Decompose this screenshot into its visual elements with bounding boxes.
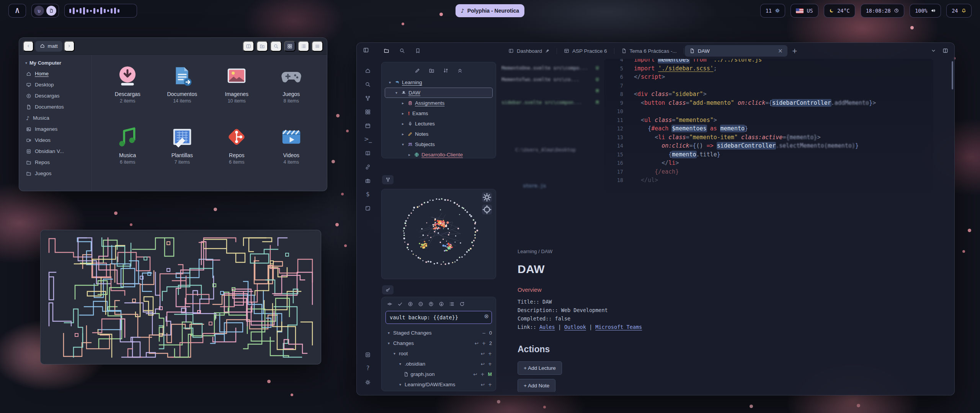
explorer-sort-button[interactable] bbox=[443, 67, 449, 74]
tab-asp-practice-6[interactable]: ASP Practice 6 bbox=[558, 45, 613, 57]
folder-juegos[interactable]: Juegos8 items bbox=[265, 60, 318, 121]
git-action-icon[interactable]: + bbox=[488, 382, 492, 387]
tab-daw[interactable]: DAW× bbox=[685, 45, 787, 57]
ribbon-terminal-icon[interactable]: >_ bbox=[362, 134, 374, 145]
git-refresh-button[interactable] bbox=[459, 301, 465, 307]
git-action-icon[interactable]: − bbox=[482, 331, 486, 335]
explorer-item-subjects[interactable]: ▾Subjects bbox=[385, 139, 493, 150]
weather-widget[interactable]: 24°C bbox=[824, 4, 855, 18]
ribbon-home-icon[interactable] bbox=[362, 65, 374, 76]
sidebar-toggle-icon[interactable] bbox=[363, 47, 369, 54]
git-action-icon[interactable]: ↩ bbox=[481, 362, 485, 366]
now-playing-widget[interactable]: ♪ Polyphia - Neurotica bbox=[456, 4, 524, 17]
grid-view-button[interactable] bbox=[284, 41, 296, 52]
volume-widget[interactable]: 100% bbox=[910, 4, 941, 18]
git-minuscirc-button[interactable] bbox=[418, 301, 423, 307]
git-action-icon[interactable]: ↩ bbox=[481, 382, 485, 387]
code-lines[interactable]: 4import mementoes from "../../store.js"5… bbox=[610, 59, 876, 185]
git-action-icon[interactable]: ↩ bbox=[473, 372, 477, 377]
folder-plantillas[interactable]: Plantillas7 items bbox=[156, 121, 209, 182]
git-row--obsidian[interactable]: ▾.obsidian↩+ bbox=[385, 359, 492, 369]
note-button-add-lecture[interactable]: + Add Lecture bbox=[518, 361, 562, 375]
note-link-aules[interactable]: Aules bbox=[539, 324, 555, 330]
split-view-button[interactable] bbox=[243, 41, 254, 52]
folder-descargas[interactable]: Descargas2 items bbox=[101, 60, 154, 121]
sidebar-item-desktop[interactable]: Desktop bbox=[22, 79, 88, 90]
explorer-item-notes[interactable]: ▸Notes bbox=[385, 129, 493, 139]
explorer-collapse-button[interactable] bbox=[457, 67, 463, 74]
git-dncirc-button[interactable] bbox=[439, 301, 444, 307]
list-view-button[interactable] bbox=[298, 41, 309, 52]
git-collapse-button[interactable] bbox=[382, 285, 394, 294]
git-row-staged-changes[interactable]: ▾Staged Changes−0 bbox=[385, 328, 492, 338]
notifications-widget[interactable]: 24 bbox=[946, 4, 972, 18]
clock-widget[interactable]: 18:08:28 bbox=[861, 4, 905, 18]
tab-list-chevron-icon[interactable] bbox=[931, 48, 936, 54]
workspace-2[interactable] bbox=[46, 6, 56, 16]
folder-imagenes[interactable]: Imagenes10 items bbox=[210, 60, 263, 121]
ribbon-camera-icon[interactable] bbox=[362, 175, 374, 187]
sidebar-item-descargas[interactable]: Descargas bbox=[22, 90, 88, 101]
sidebar-item-juegos[interactable]: Juegos bbox=[22, 168, 88, 179]
sidebar-item-musica[interactable]: ♪Musica bbox=[22, 112, 88, 124]
ribbon-gitfork-icon[interactable] bbox=[362, 93, 374, 104]
graph-canvas[interactable] bbox=[382, 189, 496, 279]
sidebar-header[interactable]: ▾ My Computer bbox=[22, 59, 88, 68]
folder-repos[interactable]: Repos6 items bbox=[210, 121, 263, 182]
launcher-button[interactable]: Λ bbox=[8, 4, 26, 18]
git-row-graph-json[interactable]: graph.json↩+M bbox=[385, 369, 492, 379]
note-breadcrumb[interactable]: Learning / DAW bbox=[518, 249, 816, 254]
ribbon-link-icon[interactable] bbox=[362, 161, 374, 173]
ribbon-dollar-icon[interactable]: $ bbox=[362, 189, 374, 200]
sidebar-item-videos[interactable]: Videos bbox=[22, 135, 88, 146]
explorer-item-learning[interactable]: ▾Learning bbox=[385, 77, 493, 88]
clear-input-icon[interactable]: ⊗ bbox=[484, 314, 489, 319]
git-commit-button[interactable] bbox=[387, 301, 392, 307]
workspace-1[interactable]: υ bbox=[34, 6, 44, 16]
git-action-icon[interactable]: ↩ bbox=[481, 351, 485, 356]
graph-settings-button[interactable] bbox=[482, 192, 492, 202]
git-action-icon[interactable]: + bbox=[488, 362, 492, 366]
git-upcirc-button[interactable] bbox=[428, 301, 434, 307]
new-tab-button[interactable]: + bbox=[792, 48, 797, 54]
workspace-switcher[interactable]: υ bbox=[31, 4, 59, 18]
updates-widget[interactable]: 11 bbox=[760, 4, 786, 18]
folder-musica[interactable]: Musica6 items bbox=[101, 121, 154, 182]
git-action-icon[interactable]: ↩ bbox=[475, 341, 479, 346]
ribbon-help-icon[interactable]: ? bbox=[362, 363, 374, 374]
breadcrumb[interactable]: matt bbox=[35, 41, 62, 52]
git-action-icon[interactable]: + bbox=[488, 351, 492, 356]
folder-documentos[interactable]: Documentos14 items bbox=[156, 60, 209, 121]
graph-collapse-button[interactable] bbox=[382, 175, 394, 184]
folderplus-view-button[interactable] bbox=[256, 41, 268, 52]
panel-tab-search-icon[interactable] bbox=[399, 48, 405, 54]
note-link-microsoft-teams[interactable]: Microsoft Teams bbox=[595, 324, 642, 330]
sidebar-item-obsidian-v-[interactable]: Obsidian V... bbox=[22, 146, 88, 157]
note-button-add-note[interactable]: + Add Note bbox=[518, 379, 555, 392]
tab-close-icon[interactable]: × bbox=[778, 48, 783, 54]
git-action-icon[interactable]: + bbox=[481, 372, 485, 377]
explorer-item-assignments[interactable]: ▸Assignments bbox=[385, 98, 493, 108]
ribbon-grid-icon[interactable] bbox=[362, 106, 374, 118]
ribbon-book-icon[interactable] bbox=[362, 148, 374, 159]
git-check-button[interactable] bbox=[397, 301, 403, 307]
explorer-folderplus-button[interactable] bbox=[429, 67, 434, 74]
git-action-icon[interactable]: + bbox=[482, 341, 486, 346]
search-view-button[interactable] bbox=[270, 41, 282, 52]
sidebar-item-home[interactable]: Home bbox=[22, 68, 88, 79]
sidebar-item-imagenes[interactable]: Imagenes bbox=[22, 124, 88, 135]
note-link-outlook[interactable]: Outlook bbox=[564, 324, 586, 330]
explorer-item-desarrollo-cliente[interactable]: ▸Desarrollo-Cliente bbox=[385, 150, 493, 160]
ribbon-gear-icon[interactable] bbox=[362, 377, 374, 388]
explorer-pencil-button[interactable] bbox=[415, 67, 420, 74]
graph-locate-button[interactable] bbox=[482, 205, 492, 215]
ribbon-search-icon[interactable] bbox=[362, 79, 374, 90]
ribbon-dice-icon[interactable] bbox=[362, 203, 374, 214]
explorer-item-exams[interactable]: ▸!Exams bbox=[385, 108, 493, 119]
panel-tab-folder-icon[interactable] bbox=[384, 48, 389, 54]
git-list-button[interactable] bbox=[449, 301, 454, 307]
tab-tema-6-pr-cticas-[interactable]: Tema 6 Prácticas -... bbox=[615, 45, 683, 57]
scrollbar[interactable] bbox=[952, 61, 953, 89]
keyboard-layout-widget[interactable]: US bbox=[791, 4, 818, 18]
folder-videos[interactable]: Videos4 items bbox=[265, 121, 318, 182]
